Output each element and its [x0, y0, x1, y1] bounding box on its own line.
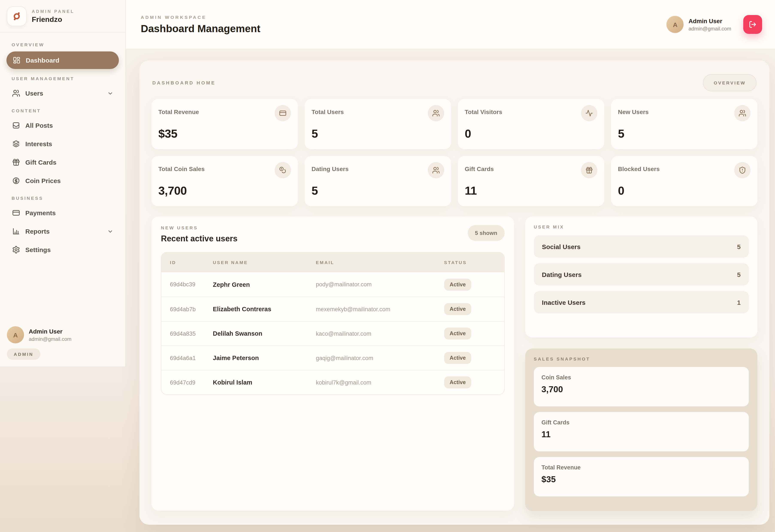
- profile-text: Admin User admin@gmail.com: [29, 328, 71, 342]
- shown-count-badge: 5 shown: [468, 225, 505, 241]
- sidebar-item-reports[interactable]: Reports: [6, 223, 119, 239]
- stat-value: 0: [465, 127, 597, 143]
- main-column: ADMIN WORKSPACE Dashboard Management A A…: [126, 0, 775, 532]
- user-email: admin@gmail.com: [689, 26, 731, 32]
- brand: ADMIN PANEL Friendzo: [0, 0, 125, 33]
- mix-row-inactive-users: Inactive Users 1: [534, 291, 749, 313]
- mix-label: Social Users: [542, 243, 580, 250]
- mix-label: Dating Users: [542, 271, 582, 278]
- snapshot-coin-sales: Coin Sales 3,700: [534, 367, 749, 406]
- role-badge: ADMIN: [7, 349, 40, 360]
- user-mix-label: USER MIX: [534, 224, 749, 229]
- brand-name: Friendzo: [32, 15, 74, 24]
- dashboard-container: DASHBOARD HOME OVERVIEW Total Revenue $3…: [139, 60, 769, 525]
- nav-section-business: BUSINESS: [12, 195, 119, 201]
- cell-user-name: Delilah Swanson: [213, 330, 316, 337]
- dashboard-grid-icon: [12, 56, 21, 64]
- column-header-email: EMAIL: [316, 260, 444, 265]
- topbar-right: A Admin User admin@gmail.com: [667, 15, 762, 34]
- workspace-eyebrow: ADMIN WORKSPACE: [141, 14, 260, 20]
- snapshot-value: 11: [541, 430, 741, 439]
- sales-snapshot-card: SALES SNAPSHOT Coin Sales 3,700 Gift Car…: [525, 349, 757, 511]
- snapshot-gift-cards: Gift Cards 11: [534, 412, 749, 451]
- sidebar-item-label: Payments: [25, 209, 56, 216]
- cell-id: 69d47cd9: [170, 379, 213, 386]
- snapshot-label: Total Revenue: [541, 464, 741, 471]
- sidebar-item-label: Gift Cards: [25, 159, 56, 166]
- sidebar-profile: A Admin User admin@gmail.com ADMIN: [0, 322, 125, 367]
- sidebar-item-settings[interactable]: Settings: [6, 242, 119, 258]
- cell-id: 69d4ab7b: [170, 306, 213, 312]
- content-area: DASHBOARD HOME OVERVIEW Total Revenue $3…: [126, 49, 775, 532]
- mix-row-dating-users: Dating Users 5: [534, 263, 749, 286]
- stat-value: 0: [618, 184, 751, 200]
- table-row[interactable]: 69d47cd9 Kobirul Islam kobirul7k@gmail.c…: [161, 370, 504, 394]
- profile-name: Admin User: [29, 328, 71, 335]
- topbar-left: ADMIN WORKSPACE Dashboard Management: [141, 14, 260, 35]
- stat-card-blocked-users: Blocked Users 0: [611, 156, 757, 206]
- brand-text: ADMIN PANEL Friendzo: [32, 9, 74, 24]
- sidebar-item-dashboard[interactable]: Dashboard: [6, 51, 119, 69]
- page: ADMIN PANEL Friendzo OVERVIEW Dashboard …: [0, 0, 775, 532]
- sidebar-item-all-posts[interactable]: All Posts: [6, 117, 119, 133]
- table-row[interactable]: 69d4ab7b Elizabeth Contreras mexemekyb@m…: [161, 297, 504, 321]
- table-row[interactable]: 69d4a6a1 Jaime Peterson gaqig@mailinator…: [161, 346, 504, 370]
- stat-value: 5: [618, 127, 751, 143]
- cell-email: kobirul7k@gmail.com: [316, 379, 444, 386]
- logout-button[interactable]: [743, 15, 762, 34]
- coins-icon: [275, 162, 291, 178]
- stat-value: 3,700: [158, 184, 291, 200]
- status-badge: Active: [444, 352, 471, 364]
- stat-card-total-coin-sales: Total Coin Sales 3,700: [151, 156, 298, 206]
- table-row[interactable]: 69d4a835 Delilah Swanson kaco@mailinator…: [161, 321, 504, 346]
- stat-value: 5: [312, 127, 444, 143]
- activity-pulse-icon: [581, 105, 597, 121]
- cell-user-name: Zephr Green: [213, 281, 316, 288]
- mix-value: 1: [737, 299, 741, 306]
- table-header-row: ID USER NAME EMAIL STATUS: [161, 252, 504, 272]
- sidebar-item-coin-prices[interactable]: Coin Prices: [6, 173, 119, 189]
- users-icon: [428, 105, 444, 121]
- snapshot-label: Coin Sales: [541, 374, 741, 381]
- nav-section-user-management: USER MANAGEMENT: [12, 76, 119, 81]
- page-title: Dashboard Management: [141, 23, 260, 35]
- sidebar-item-label: Dashboard: [26, 57, 59, 64]
- stat-label: Total Visitors: [465, 108, 502, 115]
- table-head-left: NEW USERS Recent active users: [161, 225, 238, 243]
- gift-icon: [12, 158, 20, 166]
- sidebar-item-label: All Posts: [25, 122, 53, 129]
- sidebar-item-users[interactable]: Users: [6, 85, 119, 101]
- table-row[interactable]: 69d4bc39 Zephr Green pody@mailinator.com…: [161, 272, 504, 297]
- stat-card-gift-cards: Gift Cards 11: [458, 156, 604, 206]
- sidebar-item-interests[interactable]: Interests: [6, 136, 119, 152]
- gift-icon: [581, 162, 597, 178]
- overview-button[interactable]: OVERVIEW: [703, 74, 757, 91]
- sidebar-item-label: Interests: [25, 140, 52, 147]
- chevron-down-icon: [107, 228, 113, 234]
- cell-email: gaqig@mailinator.com: [316, 355, 444, 361]
- snapshot-label: Gift Cards: [541, 419, 741, 426]
- cell-user-name: Elizabeth Contreras: [213, 306, 316, 313]
- sidebar-item-gift-cards[interactable]: Gift Cards: [6, 154, 119, 170]
- users-icon: [734, 105, 751, 121]
- snapshot-value: 3,700: [541, 385, 741, 394]
- stat-card-total-users: Total Users 5: [305, 99, 451, 149]
- topbar: ADMIN WORKSPACE Dashboard Management A A…: [126, 0, 775, 49]
- sidebar-item-label: Settings: [25, 246, 51, 253]
- sidebar-item-payments[interactable]: Payments: [6, 205, 119, 221]
- snapshot-total-revenue: Total Revenue $35: [534, 457, 749, 496]
- sidebar-panel: ADMIN PANEL Friendzo OVERVIEW Dashboard …: [0, 0, 126, 367]
- cell-email: kaco@mailinator.com: [316, 330, 444, 337]
- cell-id: 69d4a835: [170, 330, 213, 337]
- chevron-down-icon: [107, 90, 113, 96]
- cell-user-name: Kobirul Islam: [213, 379, 316, 386]
- new-users-eyebrow: NEW USERS: [161, 225, 238, 230]
- user-mix-card: USER MIX Social Users 5 Dating Users 5: [525, 216, 757, 337]
- brand-eyebrow: ADMIN PANEL: [32, 9, 74, 14]
- profile-email: admin@gmail.com: [29, 336, 71, 342]
- bottom-section: NEW USERS Recent active users 5 shown ID…: [151, 216, 757, 511]
- nav-section-content: CONTENT: [12, 108, 119, 113]
- mix-value: 5: [737, 271, 741, 278]
- stat-label: New Users: [618, 108, 649, 115]
- sidebar: ADMIN PANEL Friendzo OVERVIEW Dashboard …: [0, 0, 126, 532]
